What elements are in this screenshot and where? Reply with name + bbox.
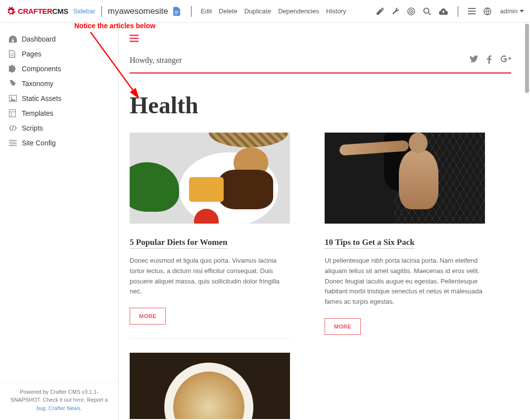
action-duplicate[interactable]: Duplicate xyxy=(244,7,271,15)
image-icon xyxy=(9,95,19,102)
sidebar-item-components[interactable]: Components xyxy=(0,61,118,76)
page-actions: Edit Delete Duplicate Dependencies Histo… xyxy=(197,7,350,15)
articles-grid: 5 Popular Diets for Women Donec euismod … xyxy=(130,133,511,419)
footer-link-here[interactable]: here xyxy=(73,397,84,403)
target-icon[interactable] xyxy=(407,7,415,15)
more-button[interactable]: MORE xyxy=(130,308,166,325)
gauge-icon xyxy=(9,36,19,43)
sidebar-toggle-label[interactable]: Sidebar xyxy=(73,7,96,15)
topbar: CRAFTERCMS Sidebar myawesomesite Edit De… xyxy=(0,0,530,23)
sidebar-item-dashboard[interactable]: Dashboard xyxy=(0,32,118,47)
sidebar-label: Scripts xyxy=(22,124,43,132)
article-title[interactable]: 10 Tips to Get a Six Pack xyxy=(325,237,415,249)
action-delete[interactable]: Delete xyxy=(219,7,238,15)
sidebar-label: Dashboard xyxy=(22,35,56,43)
sidebar-label: Site Config xyxy=(22,139,55,147)
sidebar-label: Static Assets xyxy=(22,94,61,102)
menu-icon[interactable] xyxy=(468,8,476,14)
sidebar-item-site-config[interactable]: Site Config xyxy=(0,136,118,150)
globe-icon[interactable] xyxy=(483,7,491,15)
sidebar-item-static-assets[interactable]: Static Assets xyxy=(0,91,118,106)
admin-menu[interactable]: admin xyxy=(500,7,524,15)
sidebar-item-taxonomy[interactable]: Taxonomy xyxy=(0,76,118,91)
cloud-upload-icon[interactable] xyxy=(439,8,448,15)
article-card: 5 Popular Diets for Women Donec euismod … xyxy=(130,133,290,419)
sidebar-label: Templates xyxy=(22,109,53,117)
divider xyxy=(191,6,192,17)
sidebar-footer: Powered by Crafter CMS v3.1.1-SNAPSHOT. … xyxy=(0,382,118,420)
article-card: 10 Tips to Get a Six Pack Ut pellentesqu… xyxy=(325,133,485,419)
sidebar-label: Taxonomy xyxy=(22,80,53,88)
preview-content: Howdy, stranger Health 5 Popular Diets f… xyxy=(119,23,530,420)
article-image[interactable] xyxy=(325,133,485,224)
sliders-icon xyxy=(9,140,19,146)
file-icon xyxy=(9,50,19,58)
article-text: Donec euismod et ligula quis porta. Viva… xyxy=(130,256,290,297)
page-icon[interactable] xyxy=(173,7,180,16)
footer-link-bug[interactable]: bug xyxy=(37,405,46,411)
divider xyxy=(458,6,458,17)
logo-text-red: CRAFTER xyxy=(18,7,52,15)
logo[interactable]: CRAFTERCMS xyxy=(6,6,68,16)
search-icon[interactable] xyxy=(423,7,431,15)
google-plus-icon[interactable] xyxy=(500,55,511,65)
caret-down-icon xyxy=(520,10,524,12)
action-edit[interactable]: Edit xyxy=(201,7,212,15)
puzzle-icon xyxy=(9,65,19,73)
sidebar: Dashboard Pages Components Taxonomy Stat… xyxy=(0,23,119,420)
sidebar-item-templates[interactable]: Templates xyxy=(0,106,118,121)
site-name: myawesomesite xyxy=(108,6,168,16)
article-image[interactable] xyxy=(130,133,290,224)
facebook-icon[interactable] xyxy=(487,55,491,65)
greeting-text: Howdy, stranger xyxy=(130,56,182,65)
action-history[interactable]: History xyxy=(326,7,346,15)
logo-text-dark: CMS xyxy=(52,7,68,15)
body: Dashboard Pages Components Taxonomy Stat… xyxy=(0,23,530,420)
sidebar-item-scripts[interactable]: Scripts xyxy=(0,121,118,136)
wrench-icon[interactable] xyxy=(392,7,399,15)
svg-point-8 xyxy=(10,140,12,141)
divider xyxy=(101,6,102,17)
twitter-icon[interactable] xyxy=(470,55,478,65)
article-title[interactable]: 5 Popular Diets for Women xyxy=(130,237,227,249)
social-links xyxy=(470,55,511,65)
svg-point-9 xyxy=(13,142,15,144)
svg-point-2 xyxy=(411,11,412,12)
template-icon xyxy=(9,109,19,117)
scrollbar[interactable] xyxy=(525,24,529,93)
svg-rect-7 xyxy=(9,110,16,117)
more-button[interactable]: MORE xyxy=(325,318,361,335)
article-text: Ut pellentesque nibh porta lacinia porta… xyxy=(325,256,485,307)
preview-menu-icon[interactable] xyxy=(130,35,139,44)
svg-point-6 xyxy=(11,97,12,98)
tags-icon xyxy=(9,80,19,87)
sidebar-item-pages[interactable]: Pages xyxy=(0,47,118,61)
action-dependencies[interactable]: Dependencies xyxy=(278,7,319,15)
sidebar-label: Components xyxy=(22,65,61,73)
footer-link-news[interactable]: Crafter News xyxy=(48,405,80,411)
article-image[interactable] xyxy=(130,353,290,419)
gear-logo-icon xyxy=(6,6,16,16)
divider-red xyxy=(130,72,511,74)
svg-point-10 xyxy=(11,144,13,146)
admin-label: admin xyxy=(500,7,518,15)
pencil-icon[interactable] xyxy=(377,7,384,15)
page-title: Health xyxy=(130,92,511,119)
sidebar-label: Pages xyxy=(22,50,42,58)
tool-icons xyxy=(373,6,495,17)
svg-point-3 xyxy=(424,8,429,13)
code-icon xyxy=(9,125,19,131)
